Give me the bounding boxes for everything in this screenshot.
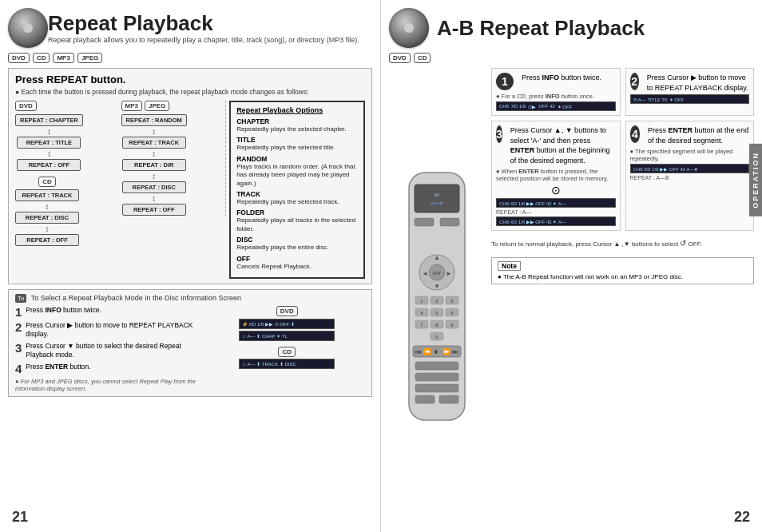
step-num-3: 3 <box>496 125 502 143</box>
badge-jpeg: JPEG <box>77 53 102 63</box>
mp3-diagram: REPEAT : RANDOM ↕ REPEAT : TRACK ↕ REPEA… <box>121 114 187 216</box>
mp3-arrow-4: ↕ <box>152 195 156 203</box>
left-page: Repeat Playback Repeat playback allows y… <box>0 0 381 532</box>
steps-col: 1 Press INFO button twice. ● For a CD, p… <box>491 68 754 524</box>
step-text-2: Press Cursor ▶ button to move to REPEAT … <box>647 73 749 93</box>
remote-svg: AV DISPLAY ▲ ▼ ◄ ► ENT 1 2 <box>397 169 477 424</box>
cd-section: CD REPEAT : TRACK ↕ REPEAT : DISC ↕ REPE… <box>15 177 79 247</box>
svg-rect-39 <box>415 362 458 370</box>
operation-tab: OPERATION <box>749 144 762 216</box>
steps-row-1: 1 Press INFO button twice. ● For a CD, p… <box>491 68 754 116</box>
press-repeat-heading: Press REPEAT button. <box>15 73 365 85</box>
svg-text:⏭: ⏭ <box>452 348 458 355</box>
options-box: Repeat Playback Options CHAPTER Repeated… <box>229 101 365 279</box>
step-box-1: 1 Press INFO button twice. ● For a CD, p… <box>491 68 621 116</box>
step1-display: CH8XD 1/6⊙▶OFF 42✦ OFF <box>496 101 616 111</box>
mp3-badge-row: MP3 JPEG <box>121 101 170 111</box>
left-page-number: 21 <box>12 509 28 526</box>
svg-text:►: ► <box>446 270 452 277</box>
select-step-4: 4 Press ENTER button. <box>15 363 203 375</box>
dvd-step-2: REPEAT : TITLE <box>17 137 81 149</box>
mp3-arrow-2: ↕ <box>152 150 156 158</box>
svg-text:⏪: ⏪ <box>423 347 431 355</box>
step2-display: ⟳ A— TITLE TK ✦ OFF <box>630 94 750 104</box>
diag-badge-mp3: MP3 <box>121 101 142 111</box>
diag-badge-cd: CD <box>38 177 56 187</box>
step-num-1: 1 <box>496 73 514 90</box>
left-page-subtitle: Repeat playback allows you to repeatedly… <box>48 36 359 44</box>
left-header: Repeat Playback Repeat playback allows y… <box>8 8 372 48</box>
step-sub-4: ● The specified segment will be played r… <box>630 148 750 162</box>
opt-disc: DISC Repeatedly plays the entire disc. <box>236 236 358 252</box>
right-badge-cd: CD <box>414 53 431 63</box>
diagrams-row: DVD REPEAT : CHAPTER ↕ REPEAT : TITLE ↕ … <box>15 101 365 279</box>
mp3-step-5: REPEAT : OFF <box>122 204 186 216</box>
mp3-step-2: REPEAT : TRACK <box>122 137 186 149</box>
cd-badge-row-2: CD <box>278 347 296 357</box>
select-steps-right: DVD ⚡ KD 1/6 ▶▶ ⊙ OFF ⬆ ☆ A— ⬆ CHAP ✦ TL… <box>209 306 365 392</box>
step-text-4: Press ENTER button at the end of the des… <box>648 125 749 145</box>
repeat-box: Press REPEAT button. ● Each time the but… <box>8 68 372 284</box>
step-text-1: Press INFO button twice. <box>522 73 601 83</box>
right-badge-row: DVD <box>276 306 298 316</box>
opt-random: RANDOM Plays tracks in random order. (A … <box>236 155 358 188</box>
right-page-number: 22 <box>734 509 750 526</box>
right-title-block: A-B Repeat Playback <box>437 16 645 41</box>
note-label: Note <box>498 261 521 271</box>
right-page: OPERATION A-B Repeat Playback DVD CD AV <box>381 0 762 532</box>
dvd-display-bar: ⚡ KD 1/6 ▶▶ ⊙ OFF ⬆ <box>239 319 335 329</box>
dvd-step-1: REPEAT : CHAPTER <box>15 114 83 126</box>
badge-dvd: DVD <box>8 53 30 63</box>
svg-rect-1 <box>415 185 459 212</box>
mp3-step-3: REPEAT : DIR <box>122 159 186 171</box>
right-badge-dvd: DVD <box>389 53 411 63</box>
svg-text:⏩: ⏩ <box>443 347 450 355</box>
opt-track: TRACK Repeatedly plays the selected trac… <box>236 190 358 206</box>
step-num-4: 4 <box>630 125 641 143</box>
step-box-3: 3 Press Cursor ▲, ▼ buttons to select 'A… <box>491 121 621 231</box>
step4-display: CH8 XD 1/6 ▶▶ OFF 42 A—B <box>630 164 750 173</box>
svg-text:◄: ◄ <box>422 270 428 277</box>
cd-display-bar: ☆ A— ⬆ TRACK ⬆ DISC <box>239 359 335 369</box>
badge-cd: CD <box>33 53 50 63</box>
right-format-badges: DVD CD <box>389 53 754 63</box>
select-dvd-badge: DVD <box>276 306 298 316</box>
step3-icon: ⊙ <box>496 184 616 197</box>
dvd-step-3: REPEAT : OFF <box>17 159 81 171</box>
select-step-1: 1 Press INFO button twice. <box>15 306 203 318</box>
cd-diagram: REPEAT : TRACK ↕ REPEAT : DISC ↕ REPEAT … <box>15 189 79 247</box>
diag-badge-jpeg: JPEG <box>145 101 169 111</box>
select-step-3: 3 Press Cursor ▼ button to select the de… <box>15 342 203 359</box>
opt-title: TITLE Repeatedly plays the selected titl… <box>236 136 358 152</box>
svg-rect-4 <box>415 218 434 226</box>
step-sub-1: ● For a CD, press INFO button once. <box>496 93 616 100</box>
note-text: ● The A-B Repeat function will not work … <box>498 273 748 280</box>
left-format-badges: DVD CD MP3 JPEG <box>8 53 372 63</box>
cd-badge-row: CD <box>38 177 56 187</box>
select-step-2: 2 Press Cursor ▶ button to move to REPEA… <box>15 321 203 339</box>
select-cd-badge: CD <box>278 347 296 357</box>
cd-step-3: REPEAT : OFF <box>15 234 79 246</box>
step-text-3: Press Cursor ▲, ▼ buttons to select 'A-'… <box>510 125 616 165</box>
cd-step-1: REPEAT : TRACK <box>15 189 79 201</box>
svg-text:ENT: ENT <box>433 271 441 276</box>
dvd-arrow-2: ↕ <box>47 150 51 158</box>
cd-arrow-2: ↕ <box>46 225 50 233</box>
opt-folder: FOLDER Repeatedly plays all tracks in th… <box>236 208 358 233</box>
svg-text:⏮: ⏮ <box>415 348 422 355</box>
select-steps-left: 1 Press INFO button twice. 2 Press Curso… <box>15 306 203 392</box>
remote-col: AV DISPLAY ▲ ▼ ◄ ► ENT 1 2 <box>389 68 485 524</box>
step3-display-a: CH8 XD 1/6 ▶▶ OFF 42 ✦ A— <box>496 198 616 208</box>
badge-mp3: MP3 <box>53 53 73 63</box>
select-title: To To Select a Repeat Playback Mode in t… <box>15 294 365 302</box>
opt-chapter: CHAPTER Repeatedly plays the selected ch… <box>236 117 358 133</box>
right-header: A-B Repeat Playback <box>389 8 754 48</box>
svg-text:AV: AV <box>435 193 440 197</box>
svg-text:▼: ▼ <box>434 283 440 290</box>
right-page-title: A-B Repeat Playback <box>437 16 645 41</box>
step3-display-b: CH8 XD 1/6 ▶▶ OFF 42 ✦ A— <box>496 216 616 226</box>
dvd-badge-row: DVD <box>15 101 37 111</box>
bottom-note: To return to normal playback, press Curs… <box>491 239 754 248</box>
steps-row-2: 3 Press Cursor ▲, ▼ buttons to select 'A… <box>491 121 754 231</box>
step4-label-ab: REPEAT : A—B <box>630 175 750 181</box>
